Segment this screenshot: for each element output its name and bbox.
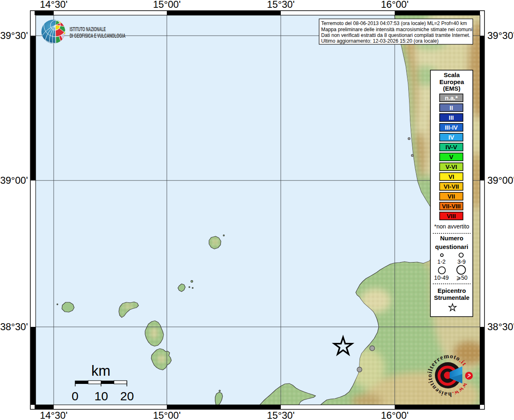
svg-text:16°00': 16°00' [381, 410, 409, 420]
svg-text:III-IV: III-IV [445, 124, 458, 131]
svg-text:20: 20 [120, 389, 134, 403]
svg-text:Dati non verificati estratti d: Dati non verificati estratti da 8 questi… [321, 32, 471, 38]
svg-text:Terremoto del 08-06-2013 04:07: Terremoto del 08-06-2013 04:07:53 (ora l… [321, 21, 467, 26]
svg-text:39°00': 39°00' [487, 175, 514, 186]
svg-text:II: II [450, 104, 453, 111]
svg-text:10-49: 10-49 [434, 274, 449, 281]
svg-text:14°30': 14°30' [40, 0, 68, 10]
svg-text:ISTITUTO NAZIONALE: ISTITUTO NAZIONALE [70, 25, 106, 32]
svg-text:VII: VII [448, 193, 455, 200]
svg-text:0: 0 [72, 389, 79, 403]
svg-text:39°30': 39°30' [487, 30, 514, 41]
svg-text:16°00': 16°00' [381, 0, 409, 10]
svg-text:VIII: VIII [447, 212, 456, 219]
svg-text:Ultimo aggiornamento: 12-03-20: Ultimo aggiornamento: 12-03-2026 15:20 (… [321, 38, 439, 44]
svg-text:14°30': 14°30' [40, 410, 68, 420]
svg-text:10: 10 [94, 389, 108, 403]
svg-text:(EMS): (EMS) [443, 85, 461, 92]
svg-text:Numero: Numero [440, 235, 464, 242]
svg-text:*non avvertito: *non avvertito [434, 223, 469, 230]
svg-text:38°30': 38°30' [0, 321, 28, 332]
svg-text:V: V [449, 153, 453, 160]
svg-text:1-2: 1-2 [437, 258, 446, 265]
svg-text:Europea: Europea [439, 78, 464, 85]
svg-text:questionari: questionari [435, 243, 469, 250]
svg-text:Mappa preliminare delle intens: Mappa preliminare delle intensità macros… [321, 27, 473, 32]
svg-text:15°30': 15°30' [267, 410, 295, 420]
svg-text:15°00': 15°00' [153, 410, 181, 420]
svg-text:IV: IV [448, 134, 454, 141]
svg-text:Epicentro: Epicentro [437, 287, 466, 294]
svg-text:III: III [449, 114, 454, 121]
svg-text:15°00': 15°00' [153, 0, 181, 10]
svg-text:3-9: 3-9 [457, 258, 466, 265]
svg-text:15°30': 15°30' [267, 0, 295, 10]
svg-text:V-VI: V-VI [446, 163, 457, 170]
svg-text:n.a.*: n.a.* [445, 94, 458, 101]
svg-text:38°30': 38°30' [487, 321, 514, 332]
svg-text:km: km [91, 363, 111, 379]
svg-text:⩾50: ⩾50 [456, 274, 468, 281]
svg-text:VII-VIII: VII-VIII [442, 203, 461, 210]
svg-text:VI-VII: VI-VII [443, 183, 459, 190]
svg-text:Strumentale: Strumentale [434, 294, 470, 301]
svg-text:IV-V: IV-V [446, 144, 457, 151]
svg-text:Scala: Scala [443, 71, 460, 78]
svg-text:DI GEOFISICA E VULCANOLOGIA: DI GEOFISICA E VULCANOLOGIA [70, 32, 125, 39]
svg-text:VI: VI [448, 173, 454, 180]
svg-text:39°30': 39°30' [0, 30, 28, 41]
svg-text:39°00': 39°00' [0, 175, 28, 186]
